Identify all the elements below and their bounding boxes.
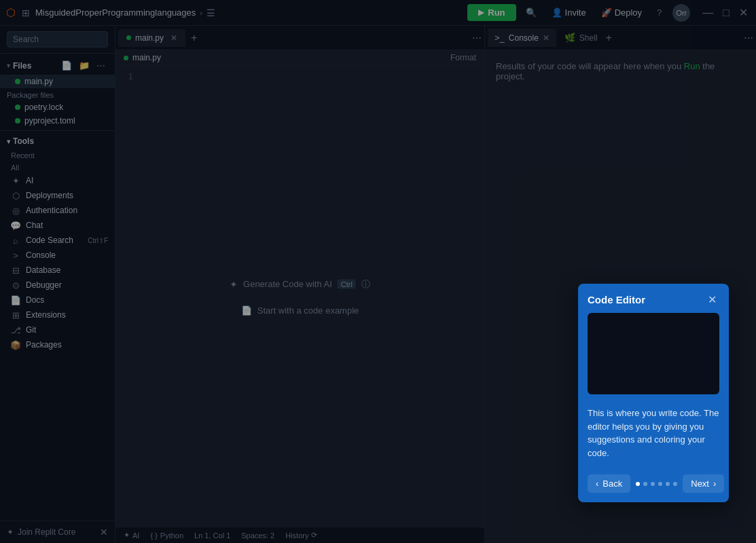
back-chevron-icon: ‹ — [596, 479, 598, 489]
poetry-lock-file[interactable]: poetry.lock — [0, 100, 115, 114]
line-numbers: 1 — [115, 71, 140, 521]
info-icon: ⓘ — [361, 278, 370, 290]
hamburger-icon[interactable]: ⊞ — [20, 7, 31, 18]
join-replit-button[interactable]: ✦ Join Replit Core — [7, 527, 96, 537]
new-folder-button[interactable]: 📁 — [76, 59, 92, 72]
tool-code-search[interactable]: ⌕ Code Search Ctrl⇧F — [0, 233, 115, 248]
replit-logo-icon: ⬡ — [5, 7, 16, 18]
modal-title: Code Editor — [588, 294, 700, 305]
shell-tab-icon: 🌿 — [564, 33, 575, 43]
tab-menu-button[interactable]: ⋯ — [472, 33, 482, 43]
window-controls: — □ ✕ — [700, 6, 751, 19]
console-tab-close[interactable]: ✕ — [543, 33, 550, 43]
start-example-button[interactable]: 📄 Start with a code example — [233, 301, 367, 319]
editor-tabs: main.py ✕ + ⋯ — [115, 26, 484, 50]
tool-console[interactable]: > Console — [0, 248, 115, 263]
editor-header: main.py Format — [115, 50, 484, 66]
add-tab-button[interactable]: + — [187, 32, 201, 44]
sidebar-bottom-close-button[interactable]: ✕ — [100, 527, 108, 538]
status-ai[interactable]: ✦ AI — [124, 531, 139, 540]
tool-ai[interactable]: ✦ AI — [0, 173, 115, 188]
invite-button[interactable]: 👤 Invite — [547, 5, 590, 20]
user-icon: 👤 — [552, 7, 562, 18]
modal-header: Code Editor ✕ — [578, 284, 729, 313]
pagination-dot-2 — [643, 482, 647, 486]
status-python[interactable]: {·} Python — [150, 531, 183, 540]
files-actions: 📄 📁 ⋯ — [58, 59, 108, 72]
tab-file-dot — [126, 35, 131, 40]
file-indicator-dot — [15, 79, 20, 84]
docs-icon: 📄 — [11, 295, 20, 305]
editor-file-header: main.py — [124, 53, 161, 62]
debugger-icon: ⊙ — [11, 280, 20, 290]
history-icon: ⟳ — [311, 531, 317, 540]
tool-docs[interactable]: 📄 Docs — [0, 293, 115, 307]
console-tab-menu-button[interactable]: ⋯ — [744, 33, 753, 43]
packager-label: Packager files — [0, 88, 115, 100]
deployments-icon: ⬡ — [11, 191, 20, 200]
ai-status-icon: ✦ — [124, 531, 130, 540]
editor-tab-main-py[interactable]: main.py ✕ — [118, 29, 185, 47]
add-console-tab-button[interactable]: + — [606, 32, 612, 44]
close-button[interactable]: ✕ — [736, 6, 751, 19]
tool-debugger[interactable]: ⊙ Debugger — [0, 278, 115, 293]
topbar-left: ⬡ ⊞ MisguidedProperProgramminglanguages … — [5, 7, 462, 18]
chat-icon: 💬 — [11, 221, 20, 230]
pagination-dot-1 — [636, 482, 640, 486]
main-py-file[interactable]: main.py — [0, 75, 115, 88]
tools-header[interactable]: ▾ Tools — [0, 134, 115, 149]
status-spaces: Spaces: 2 — [241, 531, 274, 540]
console-tab-icon: >_ — [494, 33, 505, 43]
status-cursor-position: Ln 1, Col 1 — [194, 531, 230, 540]
console-tab[interactable]: >_ Console ✕ — [488, 29, 556, 47]
tool-packages[interactable]: 📦 Packages — [0, 337, 115, 352]
tab-close-icon[interactable]: ✕ — [170, 33, 177, 43]
python-icon: {·} — [150, 531, 157, 540]
tools-all-label: All — [0, 161, 115, 173]
help-button[interactable]: ? — [653, 5, 666, 20]
database-icon: ⊟ — [11, 265, 20, 275]
modal-back-button[interactable]: ‹ Back — [588, 474, 630, 493]
status-history[interactable]: History ⟳ — [285, 531, 317, 540]
shell-tab[interactable]: 🌿 Shell — [558, 29, 605, 47]
tool-database[interactable]: ⊟ Database — [0, 263, 115, 278]
tools-recent-label: Recent — [0, 149, 115, 161]
shortcut-badge: Ctrl — [338, 279, 356, 288]
editor-content[interactable]: 1 ✦ Generate Code with AI Ctrl ⓘ 📄 Start… — [115, 66, 484, 527]
editor-statusbar: ✦ AI {·} Python Ln 1, Col 1 Spaces: 2 Hi… — [115, 527, 484, 543]
tool-chat[interactable]: 💬 Chat — [0, 218, 115, 233]
tool-extensions[interactable]: ⊞ Extensions — [0, 307, 115, 322]
pagination-dot-3 — [651, 482, 655, 486]
minimize-button[interactable]: — — [700, 6, 716, 19]
run-button[interactable]: Run — [467, 4, 516, 21]
tools-section: ▾ Tools Recent All ✦ AI ⬡ Deployments ◎ … — [0, 130, 115, 352]
authentication-icon: ◎ — [11, 206, 20, 215]
tool-deployments[interactable]: ⬡ Deployments — [0, 188, 115, 203]
project-name[interactable]: MisguidedProperProgramminglanguages — [35, 7, 196, 18]
format-button[interactable]: Format — [450, 53, 476, 62]
pyproject-toml-file[interactable]: pyproject.toml — [0, 114, 115, 128]
next-chevron-icon: › — [713, 479, 716, 489]
modal-close-button[interactable]: ✕ — [705, 292, 719, 307]
files-menu-button[interactable]: ⋯ — [94, 59, 108, 72]
pagination-dot-5 — [666, 482, 670, 486]
editor-container: main.py ✕ + ⋯ main.py Format 1 ✦ Generat… — [115, 26, 484, 543]
search-button[interactable]: 🔍 — [522, 5, 541, 20]
avatar-button[interactable]: Orr — [672, 4, 690, 22]
files-title: Files — [13, 61, 58, 71]
pagination-dot-4 — [658, 482, 662, 486]
modal-next-button[interactable]: Next › — [683, 474, 724, 493]
files-header[interactable]: ▾ Files 📄 📁 ⋯ — [0, 56, 115, 75]
console-run-text: Run — [684, 61, 700, 71]
new-file-button[interactable]: 📄 — [58, 59, 75, 72]
code-search-icon: ⌕ — [11, 236, 20, 245]
tool-authentication[interactable]: ◎ Authentication — [0, 203, 115, 218]
maximize-button[interactable]: □ — [720, 6, 732, 19]
generate-code-button[interactable]: ✦ Generate Code with AI Ctrl ⓘ — [221, 274, 378, 294]
deploy-button[interactable]: 🚀 Deploy — [597, 5, 646, 20]
tool-git[interactable]: ⎇ Git — [0, 322, 115, 337]
search-input[interactable] — [7, 31, 108, 48]
grid-icon[interactable]: ☰ — [206, 7, 215, 18]
topbar-right: 🔍 👤 Invite 🚀 Deploy ? Orr — □ ✕ — [522, 4, 751, 22]
example-icon: 📄 — [241, 305, 252, 315]
